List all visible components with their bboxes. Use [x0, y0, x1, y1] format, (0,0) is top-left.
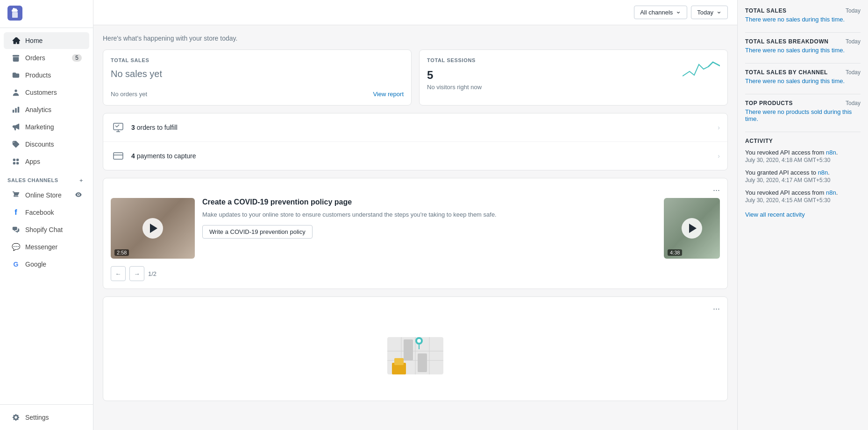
- messenger-icon: 💬: [11, 242, 21, 252]
- right-total-sales-breakdown: TOTAL SALES BREAKDOWN Today There were n…: [745, 38, 861, 54]
- stats-cards: TOTAL SALES No sales yet No orders yet V…: [103, 49, 728, 106]
- activity-item-2: You granted API access to n8n. July 30, …: [745, 169, 861, 183]
- media-action-button[interactable]: Write a COVID-19 prevention policy: [202, 225, 313, 239]
- svg-rect-1: [12, 12, 18, 18]
- orders-fulfill-item[interactable]: 3 orders to fulfill ›: [103, 113, 727, 142]
- right-total-sales-header: TOTAL SALES Today: [745, 7, 861, 14]
- payments-capture-item[interactable]: 4 payments to capture ›: [103, 142, 727, 170]
- settings-icon: [11, 413, 21, 422]
- more-options-button[interactable]: ···: [713, 186, 720, 194]
- sidebar-item-marketing[interactable]: Marketing: [4, 119, 89, 135]
- activity-text-3: You revoked API access from n8n.: [745, 189, 861, 196]
- svg-rect-11: [418, 353, 427, 372]
- facebook-icon: f: [11, 208, 21, 217]
- activity-item-3: You revoked API access from n8n. July 30…: [745, 189, 861, 204]
- pagination-next-button[interactable]: →: [129, 266, 144, 281]
- play-button-left[interactable]: [142, 218, 163, 239]
- action-items: 3 orders to fulfill › 4 payments to capt…: [103, 113, 728, 170]
- right-total-sales-meta: Today: [846, 7, 861, 14]
- sidebar-item-google[interactable]: G Google: [4, 256, 89, 273]
- right-total-sales-by-channel: TOTAL SALES BY CHANNEL Today There were …: [745, 69, 861, 85]
- sidebar-item-customers[interactable]: Customers: [4, 84, 89, 101]
- store-icon: [11, 190, 21, 200]
- add-sales-channel-button[interactable]: ＋: [77, 176, 85, 184]
- sidebar-item-google-label: Google: [25, 261, 82, 268]
- svg-rect-3: [114, 153, 123, 159]
- chevron-right-icon-2: ›: [718, 152, 720, 160]
- chevron-right-icon: ›: [718, 124, 720, 131]
- all-channels-button[interactable]: All channels: [634, 6, 687, 19]
- orders-badge: 5: [72, 54, 82, 62]
- sidebar-item-facebook[interactable]: f Facebook: [4, 204, 89, 221]
- total-sessions-card: TOTAL SESSIONS 5 No visitors right now: [419, 49, 728, 106]
- main-header: All channels Today: [93, 0, 737, 25]
- sidebar-item-messenger[interactable]: 💬 Messenger: [4, 239, 89, 255]
- video-thumb-left[interactable]: 2:58: [111, 198, 195, 259]
- right-top-products: TOP PRODUCTS Today There were no product…: [745, 100, 861, 122]
- sidebar-item-customers-label: Customers: [25, 89, 82, 96]
- total-sales-value: No sales yet: [111, 69, 404, 79]
- sidebar-item-home[interactable]: Home: [4, 32, 89, 49]
- orders-fulfill-text: 3 orders to fulfill: [131, 124, 718, 131]
- customers-icon: [11, 88, 21, 97]
- divider-3: [745, 94, 861, 94]
- svg-rect-13: [394, 358, 404, 365]
- sidebar-item-orders[interactable]: Orders 5: [4, 49, 89, 66]
- sidebar-item-shopify-chat[interactable]: Shopify Chat: [4, 221, 89, 238]
- right-panel: TOTAL SALES Today There were no sales du…: [737, 0, 868, 430]
- view-all-activity-link[interactable]: View all recent activity: [745, 211, 805, 218]
- divider-2: [745, 63, 861, 63]
- payment-icon: [111, 148, 126, 163]
- sidebar-item-products-label: Products: [25, 71, 82, 79]
- chevron-down-icon: [676, 10, 681, 15]
- pagination-prev-button[interactable]: ←: [111, 266, 126, 281]
- right-top-products-meta: Today: [846, 100, 861, 106]
- bottom-more-button[interactable]: ···: [713, 304, 720, 313]
- activity-link-3[interactable]: n8n: [826, 189, 836, 196]
- sidebar-item-products[interactable]: Products: [4, 67, 89, 84]
- sidebar-item-settings[interactable]: Settings: [4, 409, 89, 426]
- right-activity: ACTIVITY You revoked API access from n8n…: [745, 138, 861, 218]
- total-sales-footer: No orders yet View report: [111, 91, 404, 98]
- sessions-chart: [683, 57, 720, 82]
- play-button-right[interactable]: [682, 218, 702, 239]
- activity-link-2[interactable]: n8n: [818, 169, 828, 176]
- eye-icon[interactable]: [75, 191, 82, 199]
- pagination-indicator: 1/2: [148, 270, 157, 277]
- right-top-products-title: TOP PRODUCTS: [745, 100, 793, 106]
- activity-link-1[interactable]: n8n: [826, 149, 836, 156]
- sidebar-item-settings-label: Settings: [25, 414, 82, 421]
- total-sessions-value: 5: [427, 69, 720, 82]
- view-report-link[interactable]: View report: [373, 91, 404, 98]
- media-desc: Make updates to your online store to ens…: [202, 210, 656, 219]
- sidebar-item-analytics[interactable]: Analytics: [4, 101, 89, 118]
- chevron-down-icon-today: [716, 10, 722, 15]
- video-duration-right: 4:38: [668, 249, 682, 256]
- sidebar-item-apps-label: Apps: [25, 158, 82, 165]
- sidebar-item-online-store[interactable]: Online Store: [4, 187, 89, 204]
- logo: [0, 0, 93, 28]
- activity-text-1: You revoked API access from n8n.: [745, 149, 861, 156]
- today-label: Today: [697, 9, 713, 16]
- sales-channels-header: SALES CHANNELS ＋: [0, 170, 93, 186]
- today-button[interactable]: Today: [691, 6, 728, 19]
- right-total-sales-by-channel-meta: Today: [846, 69, 861, 76]
- sidebar-bottom: Settings: [0, 404, 93, 430]
- media-card-header: ···: [111, 186, 720, 194]
- video-thumb-right[interactable]: 4:38: [664, 198, 720, 259]
- sidebar-item-messenger-label: Messenger: [25, 243, 82, 251]
- right-total-sales-by-channel-title: TOTAL SALES BY CHANNEL: [745, 69, 828, 76]
- sidebar-item-orders-label: Orders: [25, 54, 72, 62]
- right-total-sales-breakdown-meta: Today: [846, 38, 861, 45]
- divider-4: [745, 132, 861, 132]
- sidebar-item-apps[interactable]: Apps: [4, 153, 89, 170]
- sidebar-item-online-store-label: Online Store: [25, 191, 75, 199]
- right-total-sales: TOTAL SALES Today There were no sales du…: [745, 7, 861, 23]
- total-sales-card: TOTAL SALES No sales yet No orders yet V…: [103, 49, 412, 106]
- activity-time-2: July 30, 2020, 4:17 AM GMT+5:30: [745, 177, 861, 183]
- all-channels-label: All channels: [640, 9, 673, 16]
- sidebar-item-discounts[interactable]: Discounts: [4, 136, 89, 153]
- bottom-card: ···: [103, 296, 728, 401]
- activity-item-1: You revoked API access from n8n. July 30…: [745, 149, 861, 163]
- marketing-icon: [11, 122, 21, 132]
